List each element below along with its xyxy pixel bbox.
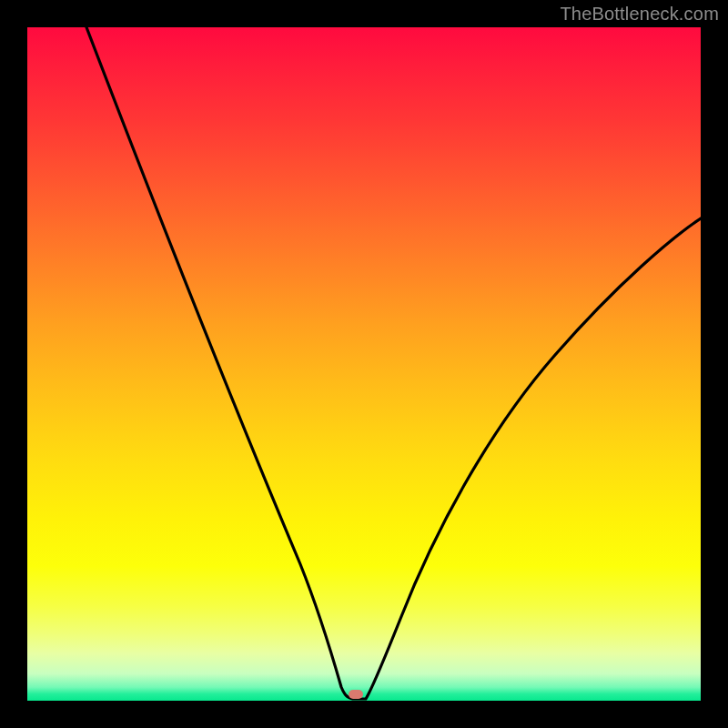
optimal-marker [349, 690, 363, 699]
watermark-text: TheBottleneck.com [560, 4, 719, 25]
curve-path [86, 27, 701, 699]
chart-frame: TheBottleneck.com [0, 0, 728, 728]
bottleneck-curve [27, 27, 701, 701]
plot-area [27, 27, 701, 701]
